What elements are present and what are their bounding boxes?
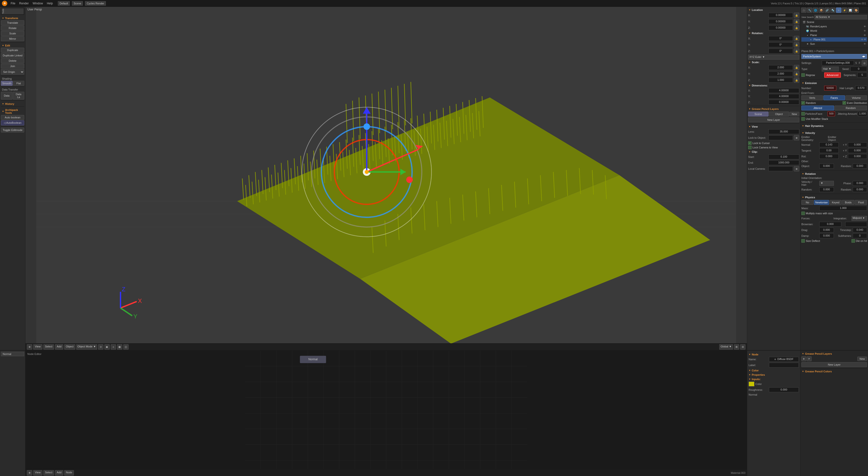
- loc-x-lock[interactable]: 🔒: [794, 12, 799, 18]
- prop-icon-modifiers[interactable]: 🔩: [830, 7, 836, 13]
- location-section[interactable]: Location: [748, 8, 799, 12]
- node-color-header[interactable]: Color: [749, 368, 799, 372]
- select-menu-btn[interactable]: Select: [43, 344, 54, 350]
- plane001-render-eye[interactable]: 👁: [864, 38, 866, 41]
- keyed-button[interactable]: Keyed: [830, 200, 842, 205]
- viewport-icon-1[interactable]: ⊕: [27, 344, 32, 350]
- viewport-icon-4[interactable]: ⌾: [111, 344, 116, 350]
- viewport-icon-snap[interactable]: ⊞: [734, 344, 739, 350]
- node-label-input[interactable]: [769, 363, 799, 368]
- gp-bottom-new-button[interactable]: New: [857, 357, 867, 361]
- data-button[interactable]: Data: [1, 92, 12, 99]
- local-camera-value[interactable]: [769, 166, 793, 171]
- phase-value[interactable]: 0.000: [853, 181, 867, 186]
- autoboolean-button[interactable]: ◁ AutoBoolean: [1, 120, 24, 125]
- scale-x-lock[interactable]: 🔒: [794, 65, 799, 70]
- rot-z-value[interactable]: 0°: [769, 49, 793, 54]
- duplicate-linked-button[interactable]: Duplicate Linked: [1, 53, 24, 58]
- physics-header[interactable]: Physics: [801, 195, 867, 199]
- emission-header[interactable]: Emission: [801, 81, 867, 85]
- damp-value[interactable]: 0.000: [819, 233, 834, 238]
- toggle-editmode-button[interactable]: Toggle Editmode: [1, 128, 24, 132]
- lens-value[interactable]: 35.000: [769, 129, 799, 134]
- scenes-dropdown[interactable]: All Scenes ▼: [814, 15, 867, 19]
- lock-object-value[interactable]: [769, 135, 793, 140]
- gp-colors-header[interactable]: Grease Pencil Colors: [801, 369, 867, 374]
- transform-section-header[interactable]: Transform: [1, 16, 24, 20]
- data-la-button[interactable]: Data La: [13, 92, 24, 99]
- set-origin-dropdown[interactable]: Set Origin: [1, 69, 24, 74]
- dimensions-section[interactable]: Dimensions:: [748, 83, 799, 88]
- color-swatch[interactable]: [749, 382, 754, 386]
- use-modifier-stack-cb[interactable]: [801, 117, 805, 121]
- rotate-button[interactable]: Rotate: [1, 26, 24, 31]
- prop-icon-material[interactable]: 🎨: [854, 7, 859, 13]
- prop-icon-world[interactable]: 🌐: [813, 7, 818, 13]
- brownian-extra[interactable]: [845, 222, 867, 227]
- scene-selector[interactable]: Scene: [72, 1, 83, 6]
- even-distribution-checkbox[interactable]: [843, 101, 846, 104]
- view-section[interactable]: View: [748, 124, 799, 129]
- viewport-icon-5[interactable]: ▦: [117, 344, 122, 350]
- rot-y-value[interactable]: 0°: [769, 42, 793, 47]
- prop-icon-data[interactable]: 📊: [848, 7, 853, 13]
- tree-world[interactable]: 🌍 World 👁: [801, 29, 867, 33]
- view-menu-btn[interactable]: View: [33, 344, 42, 350]
- no-physics-button[interactable]: No: [801, 200, 813, 205]
- main-viewport[interactable]: User Persp: [25, 7, 747, 350]
- node-select-btn[interactable]: Select: [43, 470, 54, 476]
- local-camera-picker[interactable]: ⊕: [794, 166, 799, 171]
- node-icon-1[interactable]: ⊕: [27, 470, 32, 476]
- brownian-value[interactable]: 0.000: [819, 222, 841, 227]
- renderlayers-eye[interactable]: 👁: [864, 25, 866, 28]
- rotation-mode-dropdown[interactable]: XYZ Euler ▼: [748, 55, 799, 60]
- timestep-value[interactable]: 0.040: [853, 228, 867, 232]
- loc-x-value[interactable]: 0.00000: [769, 13, 793, 18]
- prop-icon-particles[interactable]: ✦: [836, 7, 841, 13]
- gp-new-button[interactable]: New: [789, 112, 799, 116]
- size-deflect-cb[interactable]: [801, 239, 805, 243]
- rot-z-lock[interactable]: 🔒: [794, 49, 799, 54]
- mirror-button[interactable]: Mirror: [1, 36, 24, 41]
- particle-name-arrows[interactable]: ◀▶: [862, 55, 865, 58]
- delete-button[interactable]: Delete: [1, 58, 24, 63]
- world-eye[interactable]: 👁: [864, 30, 866, 32]
- prop-icon-constraints[interactable]: 🔗: [825, 7, 830, 13]
- regrow-checkbox[interactable]: [801, 73, 805, 77]
- settings-value[interactable]: ParticleSettings.008: [822, 61, 854, 65]
- node-properties-header[interactable]: Properties: [749, 372, 799, 377]
- menu-render[interactable]: Render: [17, 1, 31, 6]
- scale-y-lock[interactable]: 🔒: [794, 71, 799, 76]
- node-add-btn[interactable]: Add: [55, 470, 63, 476]
- scale-section[interactable]: Scale:: [748, 60, 799, 64]
- rotation-section[interactable]: Rotation:: [748, 31, 799, 35]
- clip-start-value[interactable]: 0.100: [769, 155, 799, 159]
- drag-value[interactable]: 0.000: [819, 228, 834, 232]
- hair-length-value[interactable]: 0.570: [855, 86, 867, 91]
- tree-renderlayers[interactable]: 📷 RenderLayers 👁: [801, 24, 867, 29]
- viewport-icon-3[interactable]: ◉: [104, 344, 110, 350]
- viewport-canvas[interactable]: X Z Y: [25, 7, 747, 350]
- clip-section[interactable]: Clip:: [748, 150, 799, 154]
- jittering-amount-value[interactable]: 1.000: [858, 112, 867, 116]
- boids-button[interactable]: Boids: [842, 200, 854, 205]
- translate-button[interactable]: Translate: [1, 20, 24, 25]
- gp-object-button[interactable]: Object: [769, 112, 789, 117]
- viewport-icon-2[interactable]: ⊙: [98, 344, 103, 350]
- node-name-value[interactable]: ⊕ Diffuse BSDF: [769, 357, 799, 362]
- archipack-section-header[interactable]: Archipack Tools: [1, 107, 24, 115]
- roughness-value[interactable]: 0.000: [769, 387, 799, 392]
- scale-button[interactable]: Scale: [1, 31, 24, 36]
- dim-x-value[interactable]: 4.00000: [769, 88, 799, 93]
- menu-window[interactable]: Window: [31, 1, 45, 6]
- velocity-header[interactable]: Velocity: [801, 131, 867, 135]
- global-dropdown[interactable]: Global ▼: [719, 344, 733, 350]
- layout-selector[interactable]: Default: [58, 1, 70, 6]
- lock-camera-checkbox[interactable]: [748, 146, 751, 149]
- fluid-button[interactable]: Fluid: [855, 200, 867, 205]
- loc-z-lock[interactable]: 🔒: [794, 25, 799, 31]
- volume-button[interactable]: Volume: [845, 95, 867, 100]
- mode-dropdown[interactable]: Object Mode ▼: [76, 344, 97, 350]
- add-menu-btn[interactable]: Add: [55, 344, 63, 350]
- renderer-selector[interactable]: Cycles Render: [85, 1, 106, 6]
